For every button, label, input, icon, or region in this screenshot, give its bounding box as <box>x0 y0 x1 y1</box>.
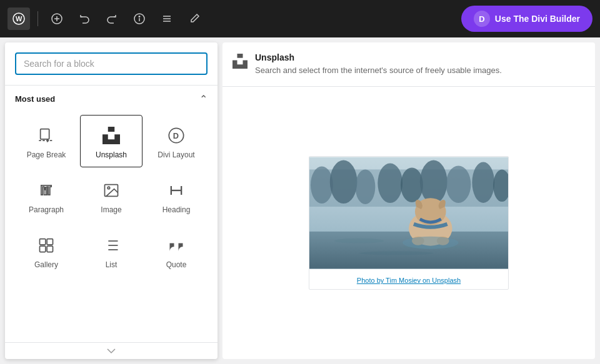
svg-point-45 <box>359 252 434 255</box>
svg-point-36 <box>378 164 402 204</box>
block-search-area <box>5 42 218 86</box>
inserter-body: Most used ⌃ Page Break <box>5 86 218 342</box>
photo-caption[interactable]: Photo by Tim Mosiev on Unsplash <box>309 272 508 289</box>
image-label: Image <box>101 205 121 214</box>
quote-icon <box>166 235 186 255</box>
unsplash-panel-info: Unsplash Search and select from the inte… <box>255 52 502 76</box>
svg-text:¶: ¶ <box>43 185 49 196</box>
page-break-icon <box>36 125 56 145</box>
image-icon <box>101 180 121 200</box>
block-item-unsplash[interactable]: Unsplash <box>80 115 142 167</box>
gallery-icon <box>36 235 56 255</box>
svg-rect-24 <box>47 246 52 252</box>
redo-button[interactable] <box>101 7 123 30</box>
list-view-button[interactable] <box>156 7 178 30</box>
svg-point-50 <box>402 237 458 249</box>
unsplash-icon <box>101 125 121 145</box>
svg-point-35 <box>356 170 376 205</box>
section-collapse-button[interactable]: ⌃ <box>199 93 208 105</box>
block-item-paragraph[interactable]: ¶ Paragraph <box>15 170 78 222</box>
divi-layout-label: Divi Layout <box>158 150 194 159</box>
scroll-down-area <box>5 342 218 359</box>
divi-builder-button[interactable]: D Use The Divi Builder <box>461 6 592 32</box>
info-button[interactable] <box>128 7 151 30</box>
svg-point-39 <box>446 166 471 204</box>
divi-button-label: Use The Divi Builder <box>495 14 580 24</box>
block-item-image[interactable]: Image <box>80 170 142 222</box>
unsplash-panel-icon <box>232 54 248 72</box>
block-item-list[interactable]: List <box>80 225 142 277</box>
svg-point-7 <box>139 16 140 17</box>
divi-icon: D <box>474 11 490 27</box>
divi-layout-icon: D <box>166 125 186 145</box>
block-item-heading[interactable]: Heading <box>145 170 208 222</box>
heading-icon <box>166 180 186 200</box>
svg-point-40 <box>472 162 494 204</box>
undo-button[interactable] <box>73 7 96 30</box>
svg-point-17 <box>108 187 110 189</box>
block-item-quote[interactable]: Quote <box>145 225 208 277</box>
svg-point-37 <box>401 168 423 203</box>
svg-point-38 <box>420 160 448 204</box>
unsplash-panel-description: Search and select from the internet's so… <box>255 65 502 76</box>
svg-point-33 <box>311 167 333 204</box>
section-header: Most used ⌃ <box>15 93 208 105</box>
list-icon <box>101 235 121 255</box>
main-content: Most used ⌃ Page Break <box>0 37 600 364</box>
paragraph-icon: ¶ <box>36 180 56 200</box>
block-search-input[interactable] <box>15 52 208 75</box>
svg-rect-42 <box>309 232 508 269</box>
blocks-grid: Page Break Unsplash <box>15 115 208 277</box>
svg-point-43 <box>334 239 384 243</box>
section-title: Most used <box>15 94 55 104</box>
unsplash-panel-header: Unsplash Search and select from the inte… <box>222 42 595 87</box>
page-break-label: Page Break <box>27 150 66 159</box>
heading-label: Heading <box>162 205 191 214</box>
toolbar: W <box>0 0 600 37</box>
paragraph-label: Paragraph <box>29 205 64 214</box>
unsplash-label: Unsplash <box>96 150 127 159</box>
svg-rect-21 <box>40 239 46 245</box>
svg-rect-22 <box>47 239 52 245</box>
svg-rect-11 <box>41 129 49 139</box>
photo-frame: Photo by Tim Mosiev on Unsplash <box>309 156 509 290</box>
block-item-page-break[interactable]: Page Break <box>15 115 78 167</box>
block-item-divi-layout[interactable]: D Divi Layout <box>145 115 208 167</box>
add-block-button[interactable] <box>46 7 68 30</box>
edit-button[interactable] <box>183 7 206 30</box>
quote-label: Quote <box>166 260 187 269</box>
unsplash-panel-title: Unsplash <box>255 52 502 62</box>
svg-point-34 <box>330 160 358 204</box>
gallery-label: Gallery <box>34 260 58 269</box>
wp-logo: W <box>8 7 30 30</box>
unsplash-image-container: Photo by Tim Mosiev on Unsplash <box>222 87 595 359</box>
block-item-gallery[interactable]: Gallery <box>15 225 78 277</box>
toolbar-separator <box>38 11 38 26</box>
svg-text:D: D <box>173 131 179 140</box>
unsplash-panel: Unsplash Search and select from the inte… <box>222 42 595 359</box>
svg-rect-23 <box>40 246 46 252</box>
svg-text:W: W <box>16 15 22 22</box>
photo-image <box>309 157 508 269</box>
list-label: List <box>106 260 118 269</box>
block-inserter-panel: Most used ⌃ Page Break <box>5 42 218 359</box>
